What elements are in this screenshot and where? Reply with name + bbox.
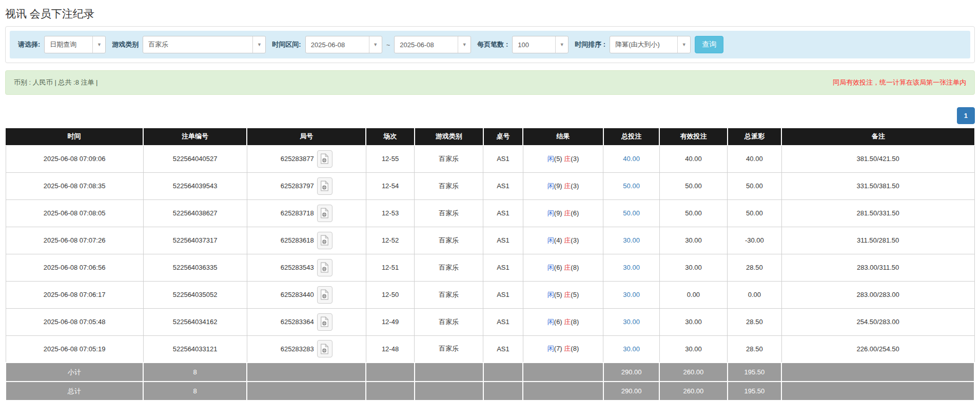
header-time: 时间 [6,128,143,145]
video-replay-button[interactable] [317,205,332,222]
player-result-label: 闲 [547,345,554,352]
round-cell: 625283618 [247,227,366,254]
game-cell: 百家乐 [415,254,483,281]
date-to-value: 2025-06-08 [395,36,439,53]
total-bet-link[interactable]: 30.00 [623,264,640,271]
chevron-down-icon: ▼ [677,36,690,53]
video-replay-button[interactable] [317,286,332,304]
film-file-icon [320,289,329,300]
total-bet-link[interactable]: 40.00 [623,155,640,163]
payout-cell: 0.00 [728,281,782,308]
film-file-icon [320,316,329,327]
page-title: 视讯 会员下注纪录 [5,7,975,21]
total-bet-link[interactable]: 30.00 [623,318,640,326]
game-cell: 百家乐 [415,281,483,308]
game-type-value: 百家乐 [143,36,173,53]
player-result-label: 闲 [547,155,554,163]
search-button[interactable]: 查询 [695,36,723,53]
film-file-icon [320,153,329,164]
banker-result-value: (8) [571,345,579,352]
session-cell: 12-53 [366,199,414,227]
table-footer: 小计 8 290.00 260.00 195.50 总计 8 290.00 26… [6,363,974,401]
total-bet-cell: 40.00 [603,145,660,172]
page-size-select[interactable]: 100 ▼ [512,36,569,53]
query-type-select[interactable]: 日期查询 ▼ [44,36,106,53]
player-result-label: 闲 [547,182,554,190]
player-result-label: 闲 [547,264,554,271]
remark-cell: 283.00/311.50 [781,254,974,281]
player-result-value: (5) [554,155,562,163]
banker-result-label: 庄 [564,264,571,271]
game-cell: 百家乐 [415,172,483,199]
player-result-label: 闲 [547,209,554,217]
banker-result-value: (3) [571,155,579,163]
total-bet-cell: 30.00 [603,254,660,281]
banker-result-label: 庄 [564,291,571,298]
result-cell: 闲(9) 庄(3) [523,172,603,199]
total-bet-link[interactable]: 30.00 [623,345,640,353]
total-bet-cell: 30.00 [603,227,660,254]
page-size-label: 每页笔数 : [477,40,508,49]
total-bet-link[interactable]: 30.00 [623,291,640,298]
remark-cell: 283.00/283.00 [781,281,974,308]
round-id: 625283877 [281,155,314,163]
date-from-select[interactable]: 2025-06-08 ▼ [305,36,382,53]
film-file-icon [320,208,329,218]
game-type-label: 游戏类别 [112,40,139,49]
round-id: 625283440 [281,291,314,298]
table-no-cell: AS1 [483,281,523,308]
round-cell: 625283283 [247,335,366,363]
game-cell: 百家乐 [415,335,483,363]
bet-id-cell: 522564037317 [143,227,247,254]
payout-cell: 28.50 [728,308,782,335]
sort-select[interactable]: 降冪(由大到小) ▼ [610,36,691,53]
total-bet-link[interactable]: 50.00 [623,209,640,217]
remark-cell: 254.50/283.00 [781,308,974,335]
header-bet-id: 注单编号 [143,128,247,145]
round-id: 625283618 [281,236,314,244]
footer-count-cell: 8 [143,363,247,382]
total-bet-cell: 30.00 [603,281,660,308]
footer-label-cell: 小计 [6,363,143,382]
game-type-select[interactable]: 百家乐 ▼ [143,36,266,53]
total-bet-link[interactable]: 50.00 [623,182,640,190]
session-cell: 12-52 [366,227,414,254]
payout-cell: 28.50 [728,335,782,363]
total-bet-cell: 30.00 [603,308,660,335]
remark-cell: 281.50/331.50 [781,199,974,227]
video-replay-button[interactable] [317,150,332,168]
video-replay-button[interactable] [317,177,332,195]
session-cell: 12-50 [366,281,414,308]
payout-cell: 50.00 [728,172,782,199]
date-separator: ~ [386,41,390,49]
round-cell: 625283440 [247,281,366,308]
total-bet-link[interactable]: 30.00 [623,236,640,244]
result-cell: 闲(4) 庄(3) [523,227,603,254]
session-cell: 12-54 [366,172,414,199]
banker-result-value: (3) [571,236,579,244]
date-to-select[interactable]: 2025-06-08 ▼ [394,36,471,53]
bet-id-cell: 522564034162 [143,308,247,335]
banker-result-label: 庄 [564,155,571,163]
bet-id-cell: 522564038627 [143,199,247,227]
time-cell: 2025-06-08 07:06:17 [6,281,143,308]
banker-result-value: (3) [571,182,579,190]
round-cell: 625283877 [247,145,366,172]
video-replay-button[interactable] [317,313,332,331]
remark-cell: 226.00/254.50 [781,335,974,363]
page-button-1[interactable]: 1 [957,107,975,124]
player-result-value: (9) [554,182,562,190]
video-replay-button[interactable] [317,259,332,276]
footer-valid-bet-cell: 260.00 [659,382,727,401]
currency-total-text: 币别 : 人民币 | 总共 :8 注单 | [14,78,98,87]
video-replay-button[interactable] [317,340,332,357]
time-cell: 2025-06-08 07:05:48 [6,308,143,335]
table-row: 2025-06-08 07:05:19 522564033121 6252832… [6,335,974,363]
table-row: 2025-06-08 07:08:35 522564039543 6252837… [6,172,974,199]
total-bet-cell: 50.00 [603,199,660,227]
table-no-cell: AS1 [483,254,523,281]
film-file-icon [320,181,329,191]
video-replay-button[interactable] [317,232,332,249]
banker-result-value: (8) [571,318,579,326]
result-cell: 闲(5) 庄(3) [523,145,603,172]
